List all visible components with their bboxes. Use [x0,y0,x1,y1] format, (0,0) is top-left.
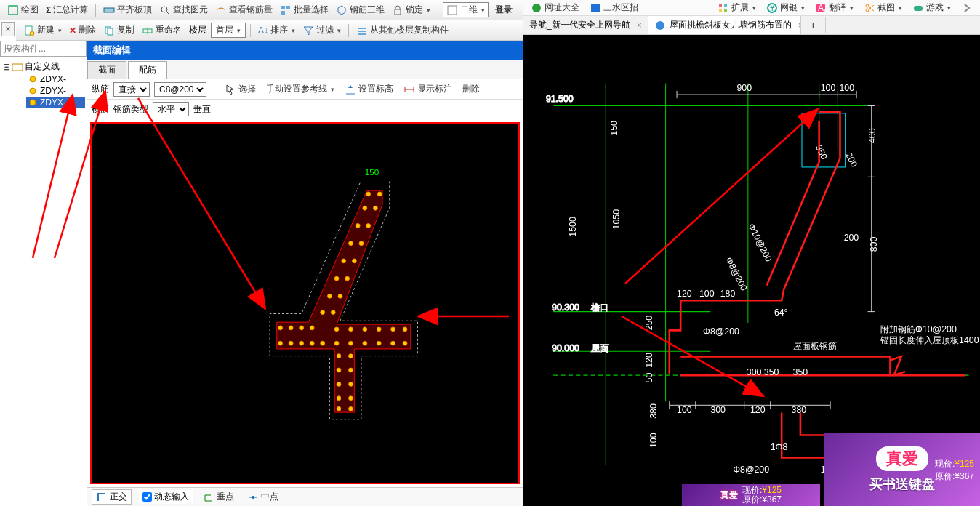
svg-text:300 350: 300 350 [747,367,779,377]
midpoint-icon [247,491,259,503]
copy-label: 复制 [117,24,134,36]
chevron-down-icon: ▾ [427,7,430,14]
rebar-spec-select[interactable]: C8@200 [154,82,206,97]
drawing-tool[interactable]: 绘图 [4,2,41,17]
game-menu[interactable]: 游戏▾ [909,1,954,14]
sumcalc-tool[interactable]: Σ 汇总计算 [43,2,91,17]
bookmark[interactable]: 网址大全 [528,1,582,14]
svg-text:屋面: 屋面 [591,343,609,353]
copy-button[interactable]: 复制 [100,23,137,38]
close-panel-button[interactable]: × [1,22,15,36]
tree-item[interactable]: ZDYX- [26,73,85,85]
vertical-label: 垂直 [193,103,211,116]
section-editor: 截面编辑 截面 配筋 纵筋 直接 C8@200 选择 手动设置参考线 [87,41,523,506]
floor-value: 首层 [216,24,233,36]
select-tool[interactable]: 选择 [222,81,259,97]
rebar-style-select[interactable]: 直接 [113,82,150,97]
perp-label: 垂点 [217,491,234,503]
midpoint-snap[interactable]: 中点 [244,489,281,505]
bank-label: 网银 [780,1,798,14]
tab-rebar[interactable]: 配筋 [128,61,167,79]
bookmark[interactable]: 三水区招 [587,1,641,14]
svg-text:1050: 1050 [611,209,622,230]
find-element-tool[interactable]: 查找图元 [156,2,211,17]
search-input[interactable] [0,41,87,57]
batch-select-tool[interactable]: 批量选择 [277,2,332,17]
dynamic-checkbox[interactable] [142,492,152,502]
delete-button[interactable]: ✕ 删除 [66,23,99,38]
view-mode-label: 二维 [460,4,478,16]
login-link[interactable]: 登录 [495,4,518,16]
svg-point-39 [327,294,332,298]
set-refline-tool[interactable]: 手动设置参考线 ▾ [263,81,337,97]
rebar-3d-tool[interactable]: 钢筋三维 [333,2,387,17]
chevron-down-icon: ▾ [337,27,341,34]
svg-point-42 [331,310,335,315]
bookmarks-bar: 网址大全 三水区招 扩展▾ ¥ 网银▾ Aあ 翻译▾ 截图▾ [523,0,980,16]
view-mode-select[interactable]: 二维 ▾ [443,2,489,17]
svg-text:250: 250 [644,316,654,331]
svg-text:¥: ¥ [769,3,775,13]
svg-point-54 [363,327,367,332]
svg-text:100: 100 [699,289,715,299]
more-menu[interactable] [958,2,976,14]
svg-point-48 [289,341,293,345]
extension-menu[interactable]: 扩展▾ [715,1,759,14]
show-dim-tool[interactable]: 显示标注 [401,81,455,97]
page-icon [654,20,666,31]
new-tab-button[interactable]: + [801,17,826,33]
floor-select[interactable]: 首层 ▾ [211,23,246,38]
ortho-toggle[interactable]: 正交 [92,489,132,505]
dimension-icon [403,84,415,95]
svg-point-58 [334,341,339,345]
svg-point-2 [161,7,167,12]
screenshot-menu[interactable]: 截图▾ [861,1,905,14]
tree-root[interactable]: ⊟ 自定义线 [1,60,85,73]
sort-button[interactable]: A↓ 排序 ▾ [255,23,298,38]
bank-menu[interactable]: ¥ 网银▾ [763,1,808,14]
globe-icon [531,2,542,14]
chevron-down-icon: ▾ [481,7,485,14]
svg-text:锚固长度伸入屋顶板1400: 锚固长度伸入屋顶板1400 [880,335,979,345]
lock-tool[interactable]: 锁定 ▾ [389,2,433,17]
svg-rect-1 [104,8,114,12]
tab-section[interactable]: 截面 [87,61,126,79]
browser-tab-active[interactable]: 屋面挑檐斜板女儿墙钢筋布置的 × [648,16,801,34]
tree-item-selected[interactable]: ZDYX- [26,97,85,108]
rename-button[interactable]: 重命名 [139,23,185,38]
orientation-select[interactable]: 水平 [153,102,189,116]
gamepad-icon [912,2,924,14]
svg-rect-16 [358,31,366,32]
ad-brand: 真爱 [876,446,928,471]
translate-menu[interactable]: Aあ 翻译▾ [812,1,856,14]
select-label: 选择 [238,83,256,95]
ortho-label: 正交 [110,491,127,503]
new-button[interactable]: 新建 ▾ [20,23,65,38]
tree-item-label: ZDYX- [40,97,66,108]
editor-titlebar: 截面编辑 [87,41,523,60]
svg-text:120: 120 [644,353,654,368]
folder-icon [12,63,23,71]
drawing-canvas[interactable]: 150 [90,122,520,484]
svg-point-56 [391,327,395,332]
filter-button[interactable]: 过滤 ▾ [300,23,344,38]
ad-banner-small[interactable]: 真爱 现价:¥125 原价:¥367 [682,484,820,506]
svg-rect-7 [395,9,401,15]
pingqi-tool[interactable]: 平齐板顶 [100,2,155,17]
browser-tab[interactable]: 导航_新一代安全上网导航 × [523,16,648,34]
close-icon[interactable]: × [637,20,642,31]
delete-tool[interactable]: 删除 [459,81,483,97]
svg-point-52 [334,327,339,332]
toolbar-2: 新建 ▾ ✕ 删除 复制 重命名 楼层 首层 ▾ [16,20,523,41]
ad-banner[interactable]: 真爱 现价:¥125 原价:¥367 买书送键盘 [824,433,980,506]
set-elevation-tool[interactable]: 设置标高 [342,81,396,97]
copy-from-floor-button[interactable]: 从其他楼层复制构件 [353,23,451,38]
view-rebar-tool[interactable]: 查看钢筋量 [212,2,276,17]
view-icon [446,4,458,16]
svg-point-68 [337,382,341,386]
component-tree[interactable]: ⊟ 自定义线 ZDYX- ZDYX- ZDYX- [0,57,87,506]
dynamic-input-toggle[interactable]: 动态输入 [139,490,193,504]
perp-snap[interactable]: 垂点 [200,489,237,505]
tree-item[interactable]: ZDYX- [26,85,85,97]
svg-point-38 [345,276,350,281]
